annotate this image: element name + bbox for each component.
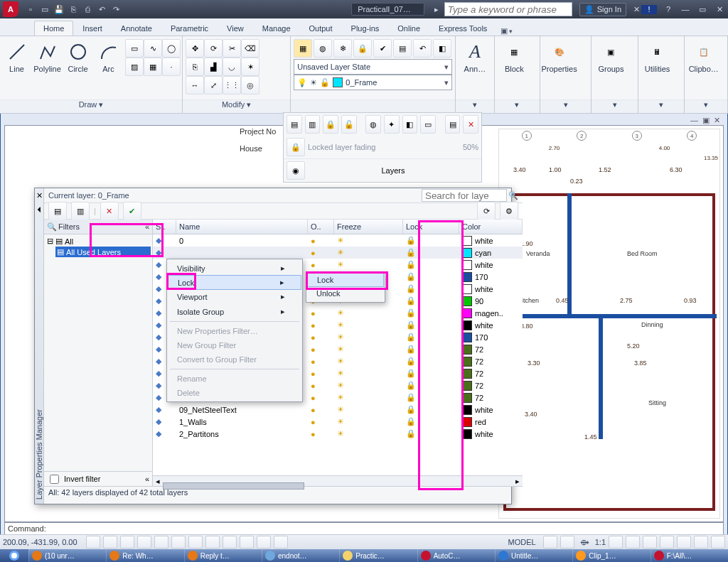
qat-undo-icon[interactable]: ↶: [95, 3, 108, 16]
snap-toggle[interactable]: [86, 536, 100, 549]
layer-tool7-icon[interactable]: ◧: [402, 115, 418, 134]
explode-icon[interactable]: ✶: [241, 58, 259, 76]
tab-manage[interactable]: Manage: [253, 21, 300, 36]
current-layer-combo[interactable]: 💡 ☀ 🔓 0_Frame ▾: [294, 75, 452, 90]
polar-toggle[interactable]: [137, 536, 151, 549]
settings-icon[interactable]: ⚙: [500, 202, 518, 220]
app-menu[interactable]: A: [3, 1, 18, 17]
ctx-lock[interactable]: Lock▸: [168, 275, 301, 290]
layer-tool3-icon[interactable]: 🔒: [323, 115, 338, 134]
clean-screen-icon[interactable]: [711, 536, 725, 549]
tab-view[interactable]: View: [218, 21, 253, 36]
scroll-left-icon[interactable]: ◂: [153, 477, 163, 486]
ctx-viewport[interactable]: Viewport▸: [167, 289, 302, 304]
command-line[interactable]: Command:: [4, 522, 724, 535]
tab-express[interactable]: Express Tools: [429, 21, 496, 36]
anno-auto-icon[interactable]: [626, 536, 640, 549]
panel-properties[interactable]: 🎨Properties▾: [540, 36, 592, 113]
sc-toggle[interactable]: [257, 536, 271, 549]
model-space-toggle[interactable]: MODEL: [504, 538, 540, 546]
tab-output[interactable]: Output: [300, 21, 342, 36]
array-icon[interactable]: ⋮⋮: [223, 76, 241, 94]
layer-tool8-icon[interactable]: ▭: [420, 115, 436, 134]
layer-match-icon[interactable]: ▤: [393, 39, 412, 58]
taskbar-item[interactable]: Practic…: [339, 549, 417, 562]
col-lock[interactable]: Lock: [403, 220, 459, 234]
layer-lock-icon[interactable]: 🔒: [353, 39, 372, 58]
panel-modify-title[interactable]: Modify ▾: [183, 99, 290, 113]
quickview-icon[interactable]: [543, 536, 557, 549]
panel-utilities[interactable]: 🖩Utilities▾: [638, 36, 685, 113]
point-icon[interactable]: ·: [162, 58, 181, 76]
layer-pin-icon[interactable]: ◉: [287, 161, 305, 180]
ducs-toggle[interactable]: [188, 536, 203, 549]
layer-state-combo[interactable]: Unsaved Layer State ▾: [294, 59, 452, 75]
doc-close-icon[interactable]: ✕: [714, 116, 720, 125]
document-title[interactable]: PracticalI_07…: [351, 3, 424, 16]
close-icon[interactable]: ✕: [714, 5, 725, 14]
exchange-icon[interactable]: ✕: [633, 5, 640, 14]
otrack-toggle[interactable]: [171, 536, 186, 549]
taskbar-item[interactable]: Reply t…: [184, 549, 262, 562]
qat-redo-icon[interactable]: ↷: [109, 3, 122, 16]
arc-button[interactable]: Arc: [95, 39, 122, 73]
layer-off-icon[interactable]: ◍: [314, 39, 332, 58]
fillet-icon[interactable]: ◡: [223, 58, 241, 76]
help-search-input[interactable]: [444, 2, 572, 16]
delete-layer-icon[interactable]: ✕: [100, 202, 119, 220]
rectangle-icon[interactable]: ▭: [125, 39, 144, 58]
layer-tool5-icon[interactable]: ◍: [365, 115, 381, 134]
tab-options-icon[interactable]: ▣: [500, 26, 508, 36]
notify-icon[interactable]: !: [641, 5, 657, 14]
new-layer-vp-icon[interactable]: ▥: [71, 202, 90, 220]
grid-toggle[interactable]: [103, 536, 117, 549]
title-chevron-icon[interactable]: ▸: [434, 5, 439, 14]
hatch-icon[interactable]: ▨: [125, 58, 144, 76]
erase-icon[interactable]: ⌫: [241, 39, 259, 58]
tab-annotate[interactable]: Annotate: [112, 21, 161, 36]
col-name[interactable]: Name: [176, 220, 308, 234]
layer-search-input[interactable]: [422, 189, 507, 202]
layer-row[interactable]: ◆1_Walls●☀🔒red: [153, 416, 523, 428]
layer-row[interactable]: ◆●☀🔒cyan: [153, 247, 523, 259]
layer-tool1-icon[interactable]: ▤: [287, 115, 302, 134]
tab-plugins[interactable]: Plug-ins: [342, 21, 389, 36]
tab-chevron-icon[interactable]: ▾: [509, 28, 513, 35]
qat-new-icon[interactable]: ▫: [24, 3, 37, 16]
new-layer-icon[interactable]: ▤: [48, 202, 67, 220]
anno-scale-icon[interactable]: ⟴: [577, 538, 592, 547]
spline-icon[interactable]: ∿: [144, 39, 162, 58]
layer-row[interactable]: ◆2_Partitons●☀🔒white: [153, 428, 523, 440]
taskbar-item[interactable]: F:\All\…: [651, 549, 728, 562]
sign-in-button[interactable]: 👤 Sign In: [579, 3, 626, 16]
start-button[interactable]: [0, 549, 28, 562]
tab-online[interactable]: Online: [388, 21, 429, 36]
anno-vis-icon[interactable]: [609, 536, 623, 549]
layer-tool10-icon[interactable]: ✕: [463, 115, 478, 134]
layer-fade-lock-icon[interactable]: 🔒: [287, 138, 305, 156]
tab-parametric[interactable]: Parametric: [161, 21, 218, 36]
toolbar-lock-icon[interactable]: [660, 536, 674, 549]
ctx-sub-lock[interactable]: Lock: [307, 273, 384, 287]
panel-draw-title[interactable]: Draw ▾: [0, 99, 182, 113]
qp-toggle[interactable]: [240, 536, 254, 549]
layer-make-icon[interactable]: ✔: [373, 39, 392, 58]
layer-tool2-icon[interactable]: ▥: [305, 115, 321, 134]
isolate-obj-icon[interactable]: [694, 536, 708, 549]
panel-block[interactable]: ▦Block▾: [495, 36, 540, 113]
quicklayout-icon[interactable]: [560, 536, 574, 549]
anno-scale-value[interactable]: 1:1: [595, 538, 606, 546]
taskbar-item[interactable]: Untitle…: [495, 549, 572, 562]
polyline-button[interactable]: Polyline: [33, 39, 61, 73]
layer-row[interactable]: ◆09_NetSteelText●☀🔒white: [153, 404, 523, 416]
col-color[interactable]: Color: [459, 220, 523, 234]
taskbar-item[interactable]: AutoC…: [417, 549, 495, 562]
ortho-toggle[interactable]: [120, 536, 134, 549]
qat-saveas-icon[interactable]: ⎘: [67, 3, 80, 16]
stretch-icon[interactable]: ↔: [186, 76, 204, 94]
layer-row[interactable]: ◆0●☀🔒white: [153, 234, 523, 247]
region-icon[interactable]: ▦: [144, 58, 162, 76]
panel-annot-expand[interactable]: ▾: [456, 99, 494, 113]
maximize-icon[interactable]: ▭: [697, 5, 708, 14]
layer-props-icon[interactable]: ▦: [294, 39, 312, 58]
